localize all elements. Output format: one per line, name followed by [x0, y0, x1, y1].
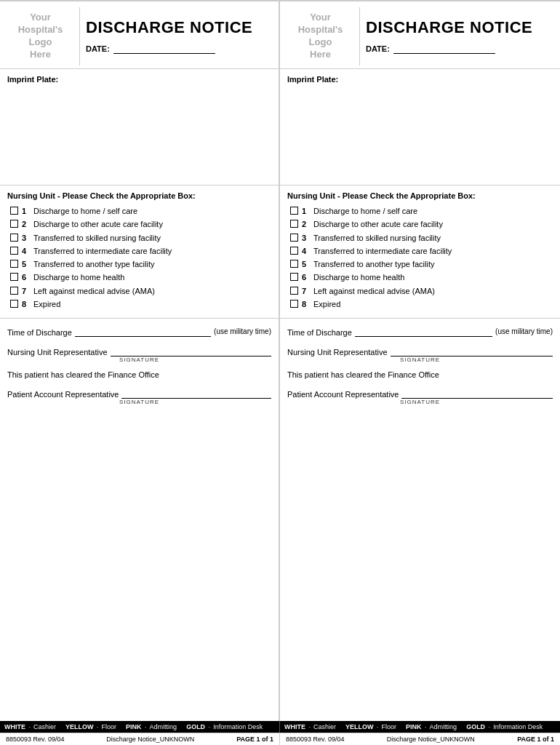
patient-rep-field-left[interactable] [121, 387, 271, 399]
checkbox-5-right[interactable] [290, 260, 298, 268]
list-item: 7 Left against medical advise (AMA) [290, 286, 553, 296]
nursing-rep-label-right: Nursing Unit Representative [287, 348, 388, 356]
item-num-1-left: 1 [22, 206, 31, 216]
list-item: 1 Discharge to home / self care [290, 206, 553, 216]
patient-rep-row-right: Patient Account Representative SIGNATURE [287, 386, 553, 405]
footer-bar: WHITE - Cashier YELLOW - Floor PINK - Ad… [0, 721, 560, 733]
checkbox-6-left[interactable] [10, 273, 18, 281]
clearance-row-right: This patient has cleared the Finance Off… [287, 370, 553, 379]
time-discharge-inline-right: Time of Discharge (use military time) [287, 324, 553, 337]
item-num-2-left: 2 [22, 219, 31, 229]
clearance-row-left: This patient has cleared the Finance Off… [7, 370, 271, 379]
checkbox-7-right[interactable] [290, 287, 298, 295]
checkbox-2-right[interactable] [290, 220, 298, 228]
time-discharge-row-right: Time of Discharge (use military time) [287, 324, 553, 337]
list-item: 5 Transferred to another type facility [10, 259, 271, 269]
item-text-5-right: Transferred to another type facility [313, 259, 435, 269]
patient-rep-inline-right: Patient Account Representative [287, 386, 553, 399]
checkbox-3-left[interactable] [10, 234, 18, 242]
checkbox-4-left[interactable] [10, 247, 18, 255]
item-text-5-left: Transferred to another type facility [33, 259, 155, 269]
checkbox-8-right[interactable] [290, 300, 298, 308]
footer-pink-right: PINK [406, 723, 422, 730]
item-num-6-right: 6 [302, 272, 311, 282]
imprint-label-right: Imprint Plate: [287, 75, 338, 84]
footer-sep3-left: - [145, 723, 147, 730]
footer-admitting-left: Admitting [150, 723, 177, 730]
footer-cashier-left: Cashier [33, 723, 56, 730]
nursing-rep-field-right[interactable] [391, 345, 553, 356]
footer-cashier-right: Cashier [313, 723, 336, 730]
nursing-rep-inline-left: Nursing Unit Representative [7, 344, 271, 356]
footer-floor-right: Floor [382, 723, 397, 730]
patient-rep-row-left: Patient Account Representative SIGNATURE [7, 386, 271, 405]
nursing-rep-row-right: Nursing Unit Representative SIGNATURE [287, 344, 553, 363]
list-item: 6 Discharge to home health [10, 272, 271, 282]
list-item: 4 Transferred to intermediate care facil… [290, 246, 553, 256]
checkbox-4-right[interactable] [290, 247, 298, 255]
signature-sub2-left: SIGNATURE [7, 399, 271, 405]
bottom-section-right: Time of Discharge (use military time) Nu… [280, 319, 560, 721]
checkbox-1-left[interactable] [10, 207, 18, 215]
time-discharge-label-left: Time of Discharge [7, 328, 72, 337]
item-text-3-left: Transferred to skilled nursing facility [33, 233, 161, 243]
imprint-label-left: Imprint Plate: [7, 75, 58, 84]
date-field-left[interactable] [113, 44, 215, 54]
footer-sep4-left: - [208, 723, 210, 730]
header-left: Your Hospital's Logo Here DISCHARGE NOTI… [0, 1, 279, 69]
item-text-1-left: Discharge to home / self care [33, 206, 137, 216]
time-discharge-field-right[interactable] [355, 325, 492, 337]
bottom-panel-right: 8850093 Rev. 09/04 Discharge Notice_UNKN… [280, 733, 560, 745]
checkbox-5-left[interactable] [10, 260, 18, 268]
time-discharge-field-left[interactable] [75, 325, 211, 337]
item-num-6-left: 6 [22, 272, 31, 282]
item-text-7-right: Left against medical advise (AMA) [313, 286, 435, 296]
item-text-8-left: Expired [33, 299, 60, 309]
nursing-title-right: Nursing Unit - Please Check the Appropri… [287, 191, 553, 200]
item-text-6-right: Discharge to home health [313, 272, 404, 282]
date-field-right[interactable] [393, 44, 495, 54]
patient-rep-field-right[interactable] [401, 387, 553, 399]
panel-right: Your Hospital's Logo Here DISCHARGE NOTI… [280, 1, 560, 721]
checkbox-7-left[interactable] [10, 287, 18, 295]
footer-admitting-right: Admitting [430, 723, 457, 730]
time-discharge-label-right: Time of Discharge [287, 328, 352, 337]
list-item: 5 Transferred to another type facility [290, 259, 553, 269]
checkbox-1-right[interactable] [290, 207, 298, 215]
page-num-left: PAGE 1 of 1 [236, 736, 273, 743]
checkbox-6-right[interactable] [290, 273, 298, 281]
imprint-section-right: Imprint Plate: [280, 69, 560, 186]
discharge-title-left: DISCHARGE NOTICE [86, 19, 271, 36]
checkbox-8-left[interactable] [10, 300, 18, 308]
item-num-8-left: 8 [22, 299, 31, 309]
footer-panel-left: WHITE - Cashier YELLOW - Floor PINK - Ad… [0, 721, 280, 733]
time-discharge-row-left: Time of Discharge (use military time) [7, 324, 271, 337]
nursing-rep-inline-right: Nursing Unit Representative [287, 344, 553, 356]
date-line-left: DATE: [86, 44, 271, 54]
item-num-7-right: 7 [302, 286, 311, 296]
bottom-section-left: Time of Discharge (use military time) Nu… [0, 319, 279, 721]
item-num-3-left: 3 [22, 233, 31, 243]
list-item: 3 Transferred to skilled nursing facilit… [290, 233, 553, 243]
form-name-left: Discharge Notice_UNKNOWN [106, 736, 194, 743]
footer-info-right: Information Desk [493, 723, 543, 730]
list-item: 7 Left against medical advise (AMA) [10, 286, 271, 296]
checkbox-3-right[interactable] [290, 234, 298, 242]
list-item: 4 Transferred to intermediate care facil… [10, 246, 271, 256]
nursing-rep-field-left[interactable] [111, 345, 271, 356]
nursing-rep-label-left: Nursing Unit Representative [7, 348, 108, 356]
date-line-right: DATE: [366, 44, 553, 54]
checkbox-2-left[interactable] [10, 220, 18, 228]
time-discharge-inline-left: Time of Discharge (use military time) [7, 324, 271, 337]
checklist-right: 1 Discharge to home / self care 2 Discha… [287, 206, 553, 309]
date-label-left: DATE: [86, 44, 110, 53]
list-item: 2 Discharge to other acute care facility [10, 219, 271, 229]
bottom-panel-left: 8850093 Rev. 09/04 Discharge Notice_UNKN… [0, 733, 280, 745]
footer-yellow-right: YELLOW [345, 723, 374, 730]
patient-rep-label-right: Patient Account Representative [287, 390, 399, 399]
imprint-section-left: Imprint Plate: [0, 69, 279, 186]
list-item: 8 Expired [290, 299, 553, 309]
list-item: 6 Discharge to home health [290, 272, 553, 282]
item-text-3-right: Transferred to skilled nursing facility [313, 233, 441, 243]
footer-yellow-left: YELLOW [65, 723, 94, 730]
